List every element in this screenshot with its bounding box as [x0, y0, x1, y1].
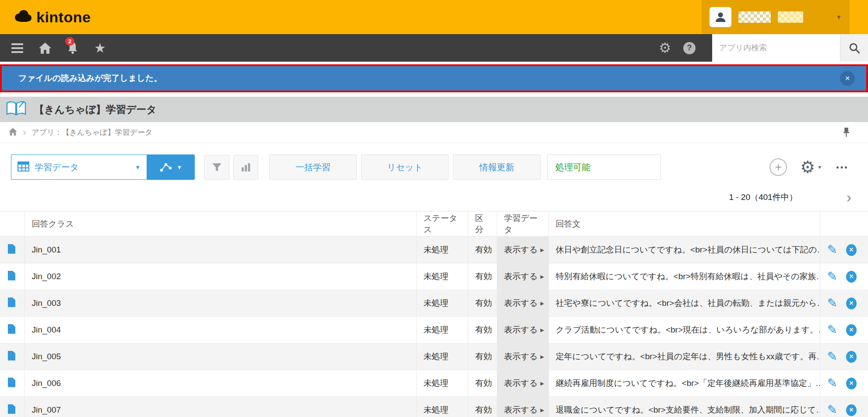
filter-button[interactable] — [204, 155, 229, 180]
graph-button[interactable]: ▼ — [147, 154, 195, 180]
expand-triangle-icon: ▶ — [540, 247, 544, 253]
add-record-button[interactable]: + — [770, 158, 787, 176]
app-book-icon — [6, 100, 26, 119]
table-row: Jin_002 未処理 有効 表示する ▶ 特別有給休暇についてですね。<br>… — [0, 263, 868, 290]
banner-close-icon[interactable]: × — [840, 71, 855, 86]
app-header: 【きんちゃぼ】学習データ — [0, 97, 868, 122]
record-document-icon[interactable] — [8, 351, 15, 361]
cell-answer-class: Jin_003 — [25, 290, 416, 317]
cell-status: 未処理 — [416, 370, 468, 397]
header-status[interactable]: ステータス — [416, 211, 468, 237]
toolbar: 学習データ ▼ ▼ 一括学習 リセット 情報更新 処理可能 + ⚙ ▼ … — [0, 154, 868, 180]
learning-data-toggle[interactable]: 表示する ▶ — [504, 404, 544, 416]
cell-status: 未処理 — [416, 397, 468, 417]
graph-icon — [159, 162, 172, 172]
cell-answer-class: Jin_007 — [25, 397, 416, 417]
record-document-icon[interactable] — [8, 298, 15, 307]
record-document-icon[interactable] — [8, 378, 15, 387]
app-settings-gear-icon: ⚙ — [800, 159, 815, 175]
account-area: ▼ — [702, 0, 850, 34]
cell-answer-class: Jin_001 — [25, 237, 416, 263]
edit-record-icon[interactable]: ✎ — [827, 324, 837, 336]
learning-data-toggle[interactable]: 表示する ▶ — [504, 298, 544, 309]
view-selector-dropdown[interactable]: 学習データ ▼ — [11, 154, 147, 180]
delete-record-icon[interactable]: × — [846, 404, 857, 416]
delete-record-icon[interactable]: × — [846, 298, 857, 309]
app-settings-button[interactable]: ⚙ ▼ — [800, 159, 822, 175]
edit-record-icon[interactable]: ✎ — [827, 270, 837, 283]
cell-answer-text: クラブ活動についてですね。<br>現在は、いろいろな部があります。… — [548, 317, 820, 343]
refresh-button[interactable]: 情報更新 — [453, 154, 541, 180]
cell-answer-class: Jin_002 — [25, 263, 416, 290]
learning-data-toggle[interactable]: 表示する ▶ — [504, 351, 544, 362]
app-search — [712, 34, 868, 62]
delete-record-icon[interactable]: × — [846, 378, 857, 389]
learning-data-toggle[interactable]: 表示する ▶ — [504, 324, 544, 336]
header-answer-text[interactable]: 回答文 — [548, 211, 820, 237]
header-actions-column — [820, 211, 868, 237]
learning-data-toggle[interactable]: 表示する ▶ — [504, 271, 544, 282]
learning-data-toggle[interactable]: 表示する ▶ — [504, 378, 544, 389]
more-options-button[interactable]: … — [835, 161, 850, 173]
cell-answer-text: 特別有給休暇についてですね。<br>特別有給休暇は、社員やその家族… — [548, 263, 820, 290]
breadcrumb-app-link[interactable]: アプリ：【きんちゃぼ】学習データ — [32, 127, 152, 137]
cell-status: 未処理 — [416, 290, 468, 317]
cell-status: 未処理 — [416, 237, 468, 263]
hamburger-menu-icon[interactable] — [11, 43, 23, 53]
expand-triangle-icon: ▶ — [540, 274, 544, 280]
delete-record-icon[interactable]: × — [846, 244, 857, 256]
record-document-icon[interactable] — [8, 271, 15, 280]
search-input[interactable] — [712, 34, 840, 62]
table-row: Jin_003 未処理 有効 表示する ▶ 社宅や寮についてですね。<br>会社… — [0, 290, 868, 317]
notification-banner: ファイルの読み込みが完了しました。 × — [0, 64, 868, 92]
learning-data-toggle[interactable]: 表示する ▶ — [504, 244, 544, 256]
cell-answer-text: 休日や創立記念日についてですね。<br>社員の休日については下記の… — [548, 237, 820, 263]
edit-record-icon[interactable]: ✎ — [827, 404, 837, 416]
table-body: Jin_001 未処理 有効 表示する ▶ 休日や創立記念日についてですね。<b… — [0, 237, 868, 417]
topbar: kintone ▼ — [0, 0, 868, 34]
notifications-bell-icon[interactable]: 2 — [67, 42, 78, 54]
cell-kubun: 有効 — [468, 370, 497, 397]
header-answer-class[interactable]: 回答クラス — [25, 211, 416, 237]
account-chevron-down-icon[interactable]: ▼ — [836, 14, 842, 21]
record-document-icon[interactable] — [8, 244, 15, 254]
chart-button[interactable] — [233, 155, 258, 180]
header-learning-data[interactable]: 学習データ — [497, 211, 548, 237]
kintone-logo[interactable]: kintone — [0, 9, 91, 26]
edit-record-icon[interactable]: ✎ — [827, 297, 837, 309]
favorites-star-icon[interactable]: ★ — [94, 42, 106, 55]
breadcrumb: › アプリ：【きんちゃぼ】学習データ — [0, 122, 868, 143]
next-page-chevron-icon[interactable]: › — [847, 191, 851, 203]
cell-answer-text: 継続再雇用制度についてですね。<br>「定年後継続再雇用基準協定」… — [548, 370, 820, 397]
edit-record-icon[interactable]: ✎ — [827, 244, 837, 256]
home-icon[interactable] — [39, 42, 51, 54]
kintone-cloud-icon — [13, 10, 32, 25]
bulk-learn-button[interactable]: 一括学習 — [269, 154, 357, 180]
edit-record-icon[interactable]: ✎ — [827, 377, 837, 389]
delete-record-icon[interactable]: × — [846, 324, 857, 336]
delete-record-icon[interactable]: × — [846, 271, 857, 283]
record-document-icon[interactable] — [8, 324, 15, 334]
logo-text: kintone — [36, 9, 91, 26]
search-button[interactable] — [840, 34, 868, 62]
pin-icon[interactable] — [843, 127, 859, 137]
settings-gear-icon[interactable]: ⚙ — [659, 41, 671, 55]
banner-message: ファイルの読み込みが完了しました。 — [18, 73, 162, 84]
header-kubun[interactable]: 区分 — [468, 211, 497, 237]
header-icon-column — [0, 211, 25, 237]
delete-record-icon[interactable]: × — [846, 351, 857, 363]
help-icon[interactable]: ? — [683, 42, 696, 54]
user-avatar[interactable] — [710, 7, 731, 27]
record-document-icon[interactable] — [8, 404, 15, 414]
navbar: 2 ★ ⚙ ? — [0, 34, 868, 62]
table-grid-icon — [18, 161, 29, 173]
reset-button[interactable]: リセット — [361, 154, 449, 180]
processable-button[interactable]: 処理可能 — [547, 154, 661, 180]
person-icon — [714, 11, 727, 24]
cell-kubun: 有効 — [468, 237, 497, 263]
cell-answer-text: 定年についてですね。<br>社員の定年は、男性も女性もxx歳です。再… — [548, 343, 820, 370]
breadcrumb-home-icon[interactable] — [9, 128, 17, 137]
edit-record-icon[interactable]: ✎ — [827, 350, 837, 363]
breadcrumb-separator-icon: › — [23, 127, 26, 138]
table-row: Jin_004 未処理 有効 表示する ▶ クラブ活動についてですね。<br>現… — [0, 317, 868, 343]
